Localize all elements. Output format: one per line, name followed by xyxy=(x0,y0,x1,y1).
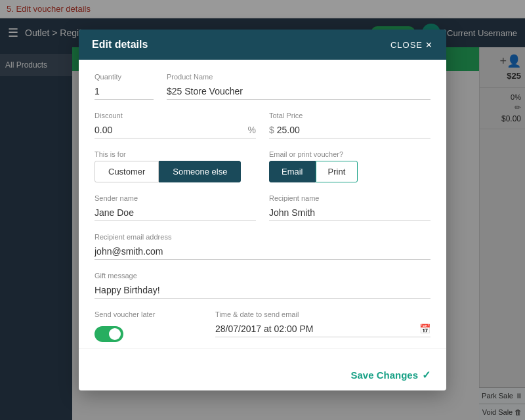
this-is-for-group: This is for Customer Someone else xyxy=(94,150,256,182)
sender-name-label: Sender name xyxy=(94,194,256,202)
recipient-name-input[interactable] xyxy=(269,205,430,221)
customer-toggle-group: Customer Someone else xyxy=(94,161,256,182)
discount-input[interactable] xyxy=(94,122,248,138)
total-price-label: Total Price xyxy=(269,112,430,119)
recipient-name-label: Recipient name xyxy=(269,194,430,202)
modal-overlay: Edit details CLOSE ✕ Quantity Product Na… xyxy=(0,0,525,420)
gift-message-input[interactable] xyxy=(94,282,430,299)
print-button[interactable]: Print xyxy=(316,161,358,182)
gift-message-group: Gift message xyxy=(94,272,430,299)
discount-label: Discount xyxy=(94,112,256,119)
modal-title: Edit details xyxy=(92,39,148,51)
quantity-group: Quantity xyxy=(94,73,154,100)
close-icon: ✕ xyxy=(425,40,433,50)
email-row: Recipient email address xyxy=(94,233,430,260)
discount-input-wrap: % xyxy=(94,122,256,138)
modal-header: Edit details CLOSE ✕ xyxy=(79,30,446,60)
total-price-input[interactable] xyxy=(277,122,430,138)
datetime-group: Time & date to send email 📅 xyxy=(215,310,430,337)
recipient-name-group: Recipient name xyxy=(269,194,430,221)
recipient-email-input[interactable] xyxy=(94,243,430,260)
toggle-slider xyxy=(94,326,123,342)
email-print-label: Email or print voucher? xyxy=(269,150,430,158)
datetime-input[interactable] xyxy=(215,321,419,337)
quantity-input[interactable] xyxy=(94,83,154,100)
datetime-input-wrap: 📅 xyxy=(215,321,430,337)
total-price-prefix: $ xyxy=(269,125,274,135)
send-later-label: Send voucher later xyxy=(94,310,202,318)
total-price-input-wrap: $ xyxy=(269,122,430,138)
recipient-email-group: Recipient email address xyxy=(94,233,430,260)
product-name-label: Product Name xyxy=(167,73,430,81)
product-name-input[interactable] xyxy=(167,83,430,100)
gift-message-label: Gift message xyxy=(94,272,430,280)
quantity-product-row: Quantity Product Name xyxy=(94,73,430,100)
edit-details-modal: Edit details CLOSE ✕ Quantity Product Na… xyxy=(79,30,446,390)
discount-group: Discount % xyxy=(94,112,256,138)
email-print-group: Email or print voucher? Email Print xyxy=(269,150,430,182)
gift-message-row: Gift message xyxy=(94,272,430,299)
modal-footer: Save Changes ✓ xyxy=(79,360,446,390)
email-print-toggle: Email Print xyxy=(269,161,430,182)
discount-total-row: Discount % Total Price $ xyxy=(94,112,430,138)
send-later-row: Send voucher later Time & date to send e… xyxy=(94,310,430,342)
recipient-email-label: Recipient email address xyxy=(94,233,430,241)
sender-recipient-row: Sender name Recipient name xyxy=(94,194,430,221)
quantity-label: Quantity xyxy=(94,73,154,81)
send-later-group: Send voucher later xyxy=(94,310,202,342)
modal-body: Quantity Product Name Discount % xyxy=(79,60,446,342)
customer-button[interactable]: Customer xyxy=(94,161,159,182)
send-later-toggle[interactable] xyxy=(94,326,123,342)
this-is-for-row: This is for Customer Someone else Email … xyxy=(94,150,430,182)
sender-name-group: Sender name xyxy=(94,194,256,221)
this-is-for-label: This is for xyxy=(94,150,256,158)
modal-close-button[interactable]: CLOSE ✕ xyxy=(390,40,433,50)
save-changes-button[interactable]: Save Changes ✓ xyxy=(350,369,430,381)
email-button[interactable]: Email xyxy=(269,161,316,182)
save-changes-label: Save Changes xyxy=(350,369,418,381)
datetime-label: Time & date to send email xyxy=(215,310,430,318)
total-price-group: Total Price $ xyxy=(269,112,430,138)
modal-divider xyxy=(79,348,446,349)
close-label: CLOSE xyxy=(390,40,423,50)
calendar-icon[interactable]: 📅 xyxy=(419,324,430,334)
someone-else-button[interactable]: Someone else xyxy=(159,161,241,182)
checkmark-icon: ✓ xyxy=(422,369,430,381)
product-name-group: Product Name xyxy=(167,73,430,100)
sender-name-input[interactable] xyxy=(94,205,256,221)
discount-suffix: % xyxy=(248,125,256,135)
